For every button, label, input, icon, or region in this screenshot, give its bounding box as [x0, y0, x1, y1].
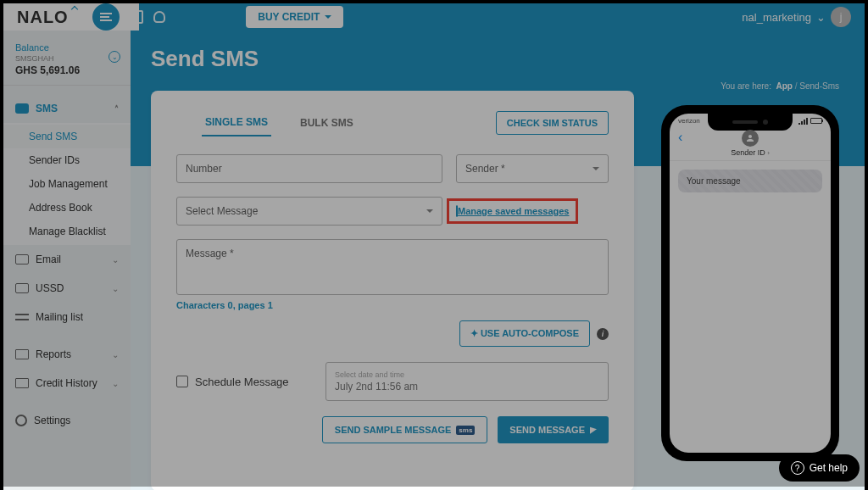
- balance-expand-icon[interactable]: ⌄: [108, 51, 120, 63]
- chevron-down-icon: ⌄: [112, 379, 119, 388]
- buy-credit-button[interactable]: BUY CREDIT: [246, 6, 343, 28]
- user-menu[interactable]: nal_marketing ⌄ j: [742, 7, 851, 27]
- battery-icon: [810, 118, 822, 124]
- sms-badge-icon: sms: [456, 426, 475, 435]
- nav-email-label: Email: [36, 253, 61, 265]
- nav-reports-label: Reports: [36, 348, 71, 360]
- sms-form-card: SINGLE SMS BULK SMS CHECK SIM STATUS Num…: [151, 91, 634, 490]
- char-counter: Characters 0, pages 1: [176, 300, 609, 310]
- number-input[interactable]: Number: [176, 154, 442, 183]
- brand-logo: NALO: [17, 8, 82, 27]
- nav-reports[interactable]: Reports ⌄: [3, 340, 131, 369]
- topbar: NALO BUY CREDIT nal_marketing ⌄ j: [3, 3, 865, 31]
- send-message-button[interactable]: SEND MESSAGE: [498, 416, 609, 443]
- mail-icon: [15, 254, 29, 264]
- phone-back-icon[interactable]: ‹: [678, 130, 682, 145]
- get-help-button[interactable]: ? Get help: [779, 454, 860, 482]
- nav-ussd[interactable]: USSD ⌄: [3, 274, 131, 303]
- chevron-right-icon: ›: [767, 149, 770, 157]
- breadcrumb-app[interactable]: App: [776, 81, 793, 91]
- phone-sender-label: Sender ID ›: [670, 148, 831, 157]
- schedule-checkbox[interactable]: [176, 376, 188, 387]
- nav-send-sms[interactable]: Send SMS: [3, 125, 131, 148]
- user-name: nal_marketing: [742, 11, 811, 24]
- signal-icon: [798, 118, 808, 125]
- chevron-down-icon: [325, 15, 331, 19]
- sidebar-toggle-icon[interactable]: [92, 3, 120, 31]
- message-textarea[interactable]: Message *: [176, 239, 609, 295]
- send-sample-button[interactable]: SEND SAMPLE MESSAGE sms: [322, 416, 488, 443]
- balance-widget: Balance SMSGHAH GHS 5,691.06 ⌄: [3, 39, 131, 86]
- schedule-checkbox-wrap[interactable]: Schedule Message: [176, 376, 312, 388]
- balance-amount: GHS 5,691.06: [15, 64, 119, 76]
- chevron-down-icon: ⌄: [112, 255, 119, 264]
- nav-sms-label: SMS: [36, 103, 58, 114]
- tips-icon[interactable]: [153, 11, 165, 23]
- nav-sms[interactable]: SMS ˄: [3, 94, 131, 123]
- check-sim-status-button[interactable]: CHECK SIM STATUS: [496, 111, 609, 135]
- phone-avatar-icon: [742, 130, 759, 147]
- nav-sender-ids[interactable]: Sender IDs: [3, 148, 131, 172]
- phone-message-bubble: Your message: [678, 170, 822, 192]
- send-icon: [590, 426, 597, 433]
- phone-preview: verizon ‹ Sender ID ›: [661, 105, 839, 461]
- nav-mailing-list[interactable]: Mailing list: [3, 303, 131, 331]
- list-icon: [15, 314, 29, 320]
- select-message-dropdown[interactable]: Select Message: [176, 197, 442, 226]
- auto-compose-button[interactable]: ✦ USE AUTO-COMPOSE: [459, 320, 590, 347]
- buy-credit-label: BUY CREDIT: [258, 11, 320, 23]
- nav-settings-label: Settings: [34, 415, 70, 426]
- chevron-down-icon: ⌄: [112, 284, 119, 293]
- sender-select[interactable]: Sender *: [456, 154, 609, 183]
- chevron-up-icon: ˄: [114, 104, 119, 114]
- chevron-down-icon: ⌄: [112, 350, 119, 359]
- content-area: Send SMS You are here: App / Send-Sms SI…: [131, 31, 865, 490]
- balance-account: SMSGHAH: [15, 54, 119, 63]
- fullscreen-icon[interactable]: [130, 10, 143, 24]
- report-icon: [15, 349, 29, 359]
- nav-credit-history[interactable]: Credit History ⌄: [3, 369, 131, 398]
- phone-carrier: verizon: [678, 117, 700, 125]
- tabs: SINGLE SMS BULK SMS CHECK SIM STATUS: [202, 109, 609, 137]
- nav-credit-label: Credit History: [36, 377, 97, 389]
- chevron-down-icon: ⌄: [816, 11, 826, 24]
- nav-settings[interactable]: Settings: [3, 406, 131, 435]
- nav-email[interactable]: Email ⌄: [3, 245, 131, 274]
- phone-header: ‹ Sender ID ›: [670, 125, 831, 161]
- nav-manage-blacklist[interactable]: Manage Blacklist: [3, 220, 131, 243]
- tab-bulk-sms[interactable]: BULK SMS: [297, 110, 357, 136]
- balance-label: Balance: [15, 42, 119, 53]
- nav-mailing-label: Mailing list: [36, 311, 83, 323]
- nav-job-management[interactable]: Job Management: [3, 172, 131, 196]
- sidebar: Balance SMSGHAH GHS 5,691.06 ⌄ SMS ˄ Sen…: [3, 31, 131, 490]
- get-help-label: Get help: [810, 462, 848, 474]
- breadcrumb: You are here: App / Send-Sms: [721, 81, 839, 91]
- schedule-label: Schedule Message: [195, 376, 289, 388]
- nav-ussd-label: USSD: [36, 282, 64, 294]
- manage-saved-messages-link[interactable]: Manage saved messages: [458, 206, 569, 216]
- ussd-icon: [15, 283, 29, 293]
- schedule-datetime-input[interactable]: Select date and time July 2nd 11:56 am: [326, 362, 609, 401]
- tab-single-sms[interactable]: SINGLE SMS: [202, 109, 271, 136]
- nav-address-book[interactable]: Address Book: [3, 196, 131, 220]
- user-avatar: j: [831, 7, 851, 27]
- info-icon[interactable]: i: [597, 328, 609, 340]
- page-title: Send SMS: [151, 46, 844, 72]
- breadcrumb-leaf: Send-Sms: [799, 81, 839, 91]
- brand-name: NALO: [17, 8, 69, 26]
- history-icon: [15, 378, 29, 388]
- help-icon: ?: [791, 461, 804, 475]
- nav-sms-subitems: Send SMS Sender IDs Job Management Addre…: [3, 123, 131, 245]
- gear-icon: [15, 415, 27, 426]
- highlight-annotation: Manage saved messages: [447, 198, 578, 224]
- chat-icon: [15, 103, 29, 114]
